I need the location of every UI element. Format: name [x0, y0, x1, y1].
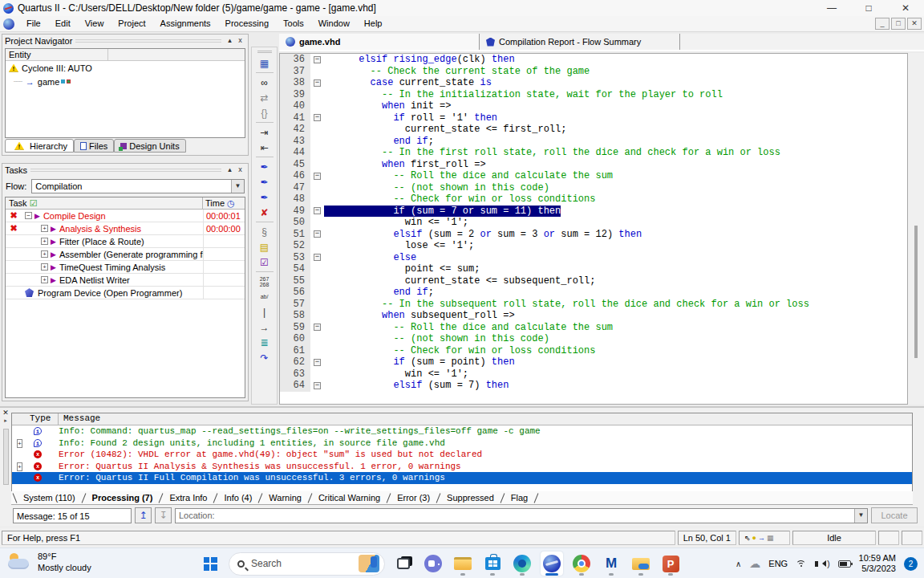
run-task-icon[interactable]: ▶ — [51, 263, 56, 271]
task-row-analysis-synthesis[interactable]: ✖+▶Analysis & Synthesis00:00:00 — [6, 222, 245, 235]
insert-template-icon[interactable]: {} — [255, 105, 274, 120]
restore-button[interactable]: □ — [850, 0, 887, 16]
close-messages-button[interactable]: ✕ — [0, 408, 11, 417]
cursor-bar-icon[interactable]: | — [255, 304, 274, 320]
code-line-43[interactable]: 43 end if; — [280, 136, 907, 148]
fold-marker-icon[interactable]: − — [310, 170, 324, 182]
code-line-63[interactable]: 63 win <= '1'; — [280, 368, 907, 381]
message-tab-extra-info[interactable]: Extra Info — [161, 493, 215, 503]
code-line-61[interactable]: 61 -- Check for win or loss conditions — [280, 345, 907, 357]
fold-marker-icon[interactable]: − — [310, 252, 324, 264]
validate-doc-icon[interactable]: ☑ — [255, 254, 274, 270]
task-row-compile-design[interactable]: ✖−▶Compile Design00:00:01 — [6, 210, 245, 222]
code-line-45[interactable]: 45 when first_roll => — [280, 159, 907, 171]
expand-icon[interactable]: + — [17, 462, 22, 471]
expand-icon[interactable]: + — [17, 439, 22, 448]
indent-icon[interactable]: ⇥ — [255, 124, 274, 140]
flow-combobox[interactable]: Compilation ▼ — [31, 179, 245, 193]
messages-scrollbar[interactable] — [3, 429, 9, 485]
bookmark-prev-icon[interactable]: ✒ — [255, 189, 274, 205]
panel-grip[interactable] — [75, 39, 221, 43]
fold-collapse-icon[interactable]: − — [314, 114, 321, 121]
minimize-button[interactable]: — — [813, 0, 850, 16]
close-button[interactable]: ✕ — [887, 0, 924, 16]
comment-lines-icon[interactable]: ≣ — [255, 335, 274, 350]
code-line-60[interactable]: 60 -- (not shown in this code) — [280, 333, 907, 345]
menu-project[interactable]: Project — [111, 18, 152, 28]
battery-icon[interactable] — [838, 560, 851, 568]
code-line-42[interactable]: 42 current_state <= first_roll; — [280, 124, 907, 136]
fold-marker-icon[interactable]: − — [310, 229, 324, 241]
locate-button[interactable]: Locate — [871, 507, 918, 523]
code-line-57[interactable]: 57 -- In the subsequent roll state, roll… — [280, 299, 907, 311]
code-line-54[interactable]: 54 point <= sum; — [280, 263, 907, 275]
chrome-button[interactable] — [570, 552, 593, 576]
message-tab-suppressed[interactable]: Suppressed — [439, 493, 502, 503]
bookmark-next-icon[interactable]: ✒ — [255, 174, 274, 189]
fold-collapse-icon[interactable]: − — [314, 382, 321, 389]
expand-icon[interactable]: + — [41, 238, 48, 245]
fold-marker-icon[interactable]: − — [310, 77, 324, 89]
fold-marker-icon[interactable]: − — [310, 206, 324, 218]
code-line-40[interactable]: 40 when init => — [280, 100, 907, 112]
editor-tab-compilation-report[interactable]: Compilation Report - Flow Summary — [480, 34, 680, 50]
fold-marker-icon[interactable]: − — [310, 322, 324, 334]
task-row-fitter-place-route-[interactable]: +▶Fitter (Place & Route) — [6, 235, 245, 248]
collapse-panel-button[interactable]: ▴ — [225, 35, 235, 46]
next-message-button[interactable]: ↧ — [155, 507, 172, 523]
expand-icon[interactable]: + — [17, 462, 28, 471]
task-row-program-device-open-programmer-[interactable]: Program Device (Open Programmer) — [6, 287, 245, 299]
code-line-56[interactable]: 56 end if; — [280, 287, 907, 299]
code-line-64[interactable]: 64− elsif (sum = 7) then — [280, 380, 907, 392]
expand-icon[interactable]: + — [41, 263, 48, 271]
fold-collapse-icon[interactable]: − — [314, 56, 321, 63]
clock[interactable]: 10:59 AM 5/3/2023 — [859, 553, 896, 574]
code-line-37[interactable]: 37 -- Check the current state of the gam… — [280, 66, 907, 78]
mdi-restore-button[interactable]: □ — [891, 18, 906, 30]
store-button[interactable] — [481, 552, 504, 576]
run-task-icon[interactable]: ▶ — [51, 238, 56, 246]
explorer-button[interactable] — [452, 552, 474, 576]
tree-item-game[interactable]: ┈┈→game — [6, 75, 245, 88]
previous-message-button[interactable]: ↥ — [135, 507, 152, 523]
code-line-55[interactable]: 55 current_state <= subsequent_roll; — [280, 275, 907, 287]
onedrive-folder-button[interactable] — [630, 552, 652, 576]
code-line-38[interactable]: 38− case current_state is — [280, 77, 907, 89]
message-row[interactable]: +xError: Quartus II Analysis & Synthesis… — [12, 461, 912, 473]
fold-collapse-icon[interactable]: − — [314, 324, 321, 331]
menu-file[interactable]: File — [19, 18, 48, 28]
expand-icon[interactable]: + — [17, 438, 28, 448]
message-row[interactable]: +iInfo: Found 2 design units, including … — [12, 438, 912, 450]
code-line-47[interactable]: 47 -- (not shown in this code) — [280, 182, 907, 194]
message-tab-system-110-[interactable]: System (110) — [15, 493, 83, 503]
message-row[interactable]: xError: Quartus II Full Compilation was … — [12, 472, 912, 484]
task-column-header[interactable]: Task ☑ — [6, 197, 203, 209]
message-row[interactable]: xError (10482): VHDL error at game.vhd(4… — [12, 449, 912, 461]
outdent-icon[interactable]: ⇤ — [255, 140, 274, 155]
edge-button[interactable] — [511, 552, 533, 576]
code-line-53[interactable]: 53− else — [280, 252, 907, 264]
close-panel-button[interactable]: x — [235, 165, 245, 175]
menu-help[interactable]: Help — [357, 18, 390, 28]
pin-icon[interactable]: ▸ — [0, 417, 11, 424]
entity-column-header[interactable]: Entity — [6, 49, 108, 60]
editor-tab-game-vhd[interactable]: game.vhd — [279, 34, 480, 50]
expand-icon[interactable]: + — [41, 276, 48, 283]
code-line-44[interactable]: 44 -- In the first roll state, roll the … — [280, 147, 907, 159]
onedrive-tray-icon[interactable]: ☁ — [749, 557, 760, 570]
language-indicator[interactable]: ENG — [768, 559, 788, 568]
editor-scrollbar[interactable] — [908, 53, 924, 405]
fold-collapse-icon[interactable]: − — [314, 230, 321, 238]
message-tab-critical-warning[interactable]: Critical Warning — [310, 493, 388, 503]
bookmark-clear-icon[interactable]: ✘ — [255, 205, 274, 220]
chevron-down-icon[interactable]: ▼ — [854, 509, 867, 523]
code-line-59[interactable]: 59− -- Roll the dice and calculate the s… — [280, 322, 907, 334]
code-line-39[interactable]: 39 -- In the initialization state, wait … — [280, 89, 907, 101]
collapse-panel-button[interactable]: ▴ — [225, 165, 235, 175]
powerpoint-button[interactable]: P — [659, 552, 682, 576]
code-line-41[interactable]: 41− if roll = '1' then — [280, 112, 907, 124]
tab-design-units[interactable]: Design Units — [114, 139, 185, 153]
run-task-icon[interactable]: ▶ — [51, 225, 56, 233]
panel-grip[interactable] — [30, 169, 221, 172]
tree-item-device[interactable]: !Cyclone III: AUTO — [6, 61, 245, 75]
